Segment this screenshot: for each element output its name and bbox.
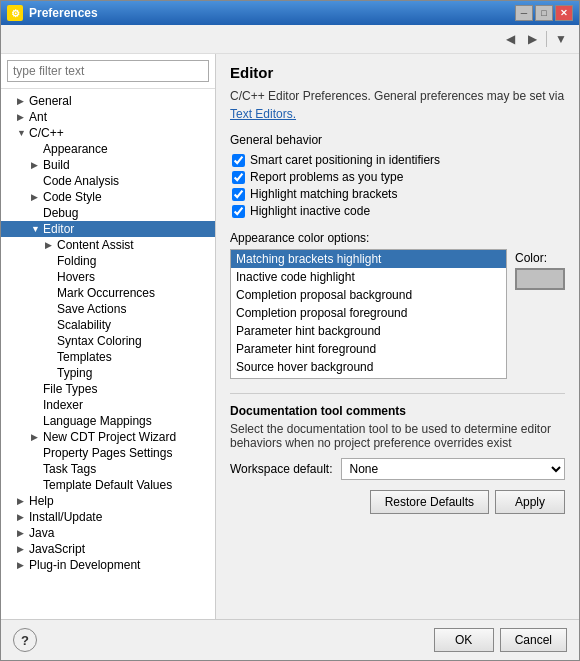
apply-button[interactable]: Apply: [495, 490, 565, 514]
main-body: ▶General▶Ant▼C/C++Appearance▶BuildCode A…: [1, 54, 579, 619]
tree-label: Code Analysis: [43, 174, 119, 188]
checkbox-label-smart-caret: Smart caret positioning in identifiers: [250, 153, 440, 167]
tree-item-typing[interactable]: Typing: [1, 365, 215, 381]
tree-item-template-defaults[interactable]: Template Default Values: [1, 477, 215, 493]
tree-label: File Types: [43, 382, 97, 396]
tree-label: General: [29, 94, 72, 108]
color-item-source-hover[interactable]: Source hover background: [231, 358, 506, 376]
tree-item-appearance[interactable]: Appearance: [1, 141, 215, 157]
tree-item-property-pages[interactable]: Property Pages Settings: [1, 445, 215, 461]
documentation-section: Documentation tool comments Select the d…: [230, 393, 565, 480]
cancel-button[interactable]: Cancel: [500, 628, 567, 652]
tree-label: Task Tags: [43, 462, 96, 476]
tree-label: Folding: [57, 254, 96, 268]
tree-item-indexer[interactable]: Indexer: [1, 397, 215, 413]
tree-arrow: ▶: [17, 544, 29, 554]
tree-label: Hovers: [57, 270, 95, 284]
workspace-row: Workspace default: None Doxygen Task Tag…: [230, 458, 565, 480]
color-swatch-button[interactable]: [515, 268, 565, 290]
window-controls: ─ □ ✕: [515, 5, 573, 21]
text-editors-link[interactable]: Text Editors.: [230, 107, 565, 121]
tree-item-content-assist[interactable]: ▶Content Assist: [1, 237, 215, 253]
tree-item-editor[interactable]: ▼Editor: [1, 221, 215, 237]
tree-label: New CDT Project Wizard: [43, 430, 176, 444]
tree-item-templates[interactable]: Templates: [1, 349, 215, 365]
tree-item-build[interactable]: ▶Build: [1, 157, 215, 173]
appearance-section: Appearance color options: Matching brack…: [230, 231, 565, 379]
tree-label: Template Default Values: [43, 478, 172, 492]
tree-label: Help: [29, 494, 54, 508]
preferences-dialog: ⚙ Preferences ─ □ ✕ ◀ ▶ ▼ ▶General▶Ant▼C…: [0, 0, 580, 661]
tree-label: Install/Update: [29, 510, 102, 524]
dialog-icon: ⚙: [7, 5, 23, 21]
back-button[interactable]: ◀: [500, 29, 520, 49]
checkbox-highlight-inactive[interactable]: [232, 205, 245, 218]
tree-item-task-tags[interactable]: Task Tags: [1, 461, 215, 477]
checkbox-highlight-brackets[interactable]: [232, 188, 245, 201]
tree-item-save-actions[interactable]: Save Actions: [1, 301, 215, 317]
color-item-inactive-code[interactable]: Inactive code highlight: [231, 268, 506, 286]
tree-arrow: ▶: [17, 96, 29, 106]
tree-label: Plug-in Development: [29, 558, 140, 572]
dropdown-button[interactable]: ▼: [551, 29, 571, 49]
tree-arrow: ▶: [31, 192, 43, 202]
bottom-right: OK Cancel: [434, 628, 567, 652]
tree-item-mark-occurrences[interactable]: Mark Occurrences: [1, 285, 215, 301]
tree-item-folding[interactable]: Folding: [1, 253, 215, 269]
color-side: Color:: [515, 249, 565, 290]
tree-item-general[interactable]: ▶General: [1, 93, 215, 109]
tree-item-debug[interactable]: Debug: [1, 205, 215, 221]
title-bar: ⚙ Preferences ─ □ ✕: [1, 1, 579, 25]
color-label: Color:: [515, 251, 547, 265]
color-item-completion-fg[interactable]: Completion proposal foreground: [231, 304, 506, 322]
checkbox-smart-caret[interactable]: [232, 154, 245, 167]
tree-arrow: ▶: [31, 432, 43, 442]
color-item-completion-bg[interactable]: Completion proposal background: [231, 286, 506, 304]
search-input[interactable]: [7, 60, 209, 82]
ok-button[interactable]: OK: [434, 628, 494, 652]
tree-label: Typing: [57, 366, 92, 380]
checkbox-report-problems[interactable]: [232, 171, 245, 184]
tree-item-javascript[interactable]: ▶JavaScript: [1, 541, 215, 557]
tree-item-hovers[interactable]: Hovers: [1, 269, 215, 285]
tree-item-install-update[interactable]: ▶Install/Update: [1, 509, 215, 525]
tree-label: Scalability: [57, 318, 111, 332]
color-item-matching-brackets[interactable]: Matching brackets highlight: [231, 250, 506, 268]
tree-item-cpp[interactable]: ▼C/C++: [1, 125, 215, 141]
left-panel: ▶General▶Ant▼C/C++Appearance▶BuildCode A…: [1, 54, 216, 619]
color-item-param-hint-fg[interactable]: Parameter hint foreground: [231, 340, 506, 358]
tree-arrow: ▶: [31, 160, 43, 170]
tree-label: Code Style: [43, 190, 102, 204]
tree-item-code-analysis[interactable]: Code Analysis: [1, 173, 215, 189]
tree-area: ▶General▶Ant▼C/C++Appearance▶BuildCode A…: [1, 89, 215, 619]
tree-item-scalability[interactable]: Scalability: [1, 317, 215, 333]
tree-item-code-style[interactable]: ▶Code Style: [1, 189, 215, 205]
tree-item-ant[interactable]: ▶Ant: [1, 109, 215, 125]
forward-button[interactable]: ▶: [522, 29, 542, 49]
filter-box: [1, 54, 215, 89]
section-title: Editor: [230, 64, 565, 81]
help-button[interactable]: ?: [13, 628, 37, 652]
tree-arrow: ▶: [17, 528, 29, 538]
tree-label: Content Assist: [57, 238, 134, 252]
close-button[interactable]: ✕: [555, 5, 573, 21]
minimize-button[interactable]: ─: [515, 5, 533, 21]
tree-item-file-types[interactable]: File Types: [1, 381, 215, 397]
action-row: Restore Defaults Apply: [230, 490, 565, 514]
checkboxes-container: Smart caret positioning in identifiersRe…: [230, 153, 565, 221]
tree-item-plugin-dev[interactable]: ▶Plug-in Development: [1, 557, 215, 573]
doc-desc: Select the documentation tool to be used…: [230, 422, 565, 450]
tree-arrow: ▶: [17, 560, 29, 570]
checkbox-label-highlight-brackets: Highlight matching brackets: [250, 187, 397, 201]
tree-item-syntax-coloring[interactable]: Syntax Coloring: [1, 333, 215, 349]
tree-item-new-cdt[interactable]: ▶New CDT Project Wizard: [1, 429, 215, 445]
color-item-param-hint-bg[interactable]: Parameter hint background: [231, 322, 506, 340]
tree-arrow: ▶: [17, 512, 29, 522]
tree-label: Templates: [57, 350, 112, 364]
workspace-select[interactable]: None Doxygen Task Tags: [341, 458, 566, 480]
tree-item-java[interactable]: ▶Java: [1, 525, 215, 541]
tree-item-help[interactable]: ▶Help: [1, 493, 215, 509]
maximize-button[interactable]: □: [535, 5, 553, 21]
tree-item-language-mappings[interactable]: Language Mappings: [1, 413, 215, 429]
restore-defaults-button[interactable]: Restore Defaults: [370, 490, 489, 514]
